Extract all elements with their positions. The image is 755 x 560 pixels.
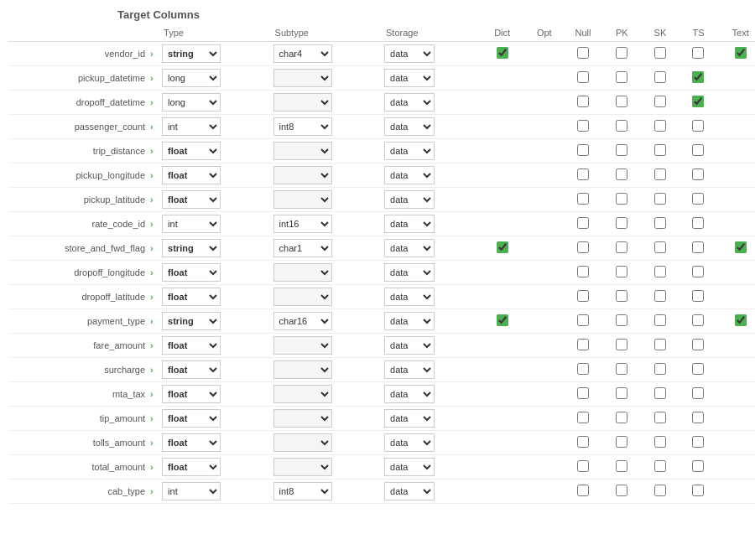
row-ts-cell[interactable] <box>680 334 718 358</box>
ts-checkbox[interactable] <box>692 460 704 472</box>
sk-checkbox[interactable] <box>654 339 666 350</box>
type-select[interactable]: stringlongintfloatdoubledateboolean <box>162 239 221 257</box>
row-type-cell[interactable]: stringlongintfloatdoubledateboolean <box>159 334 258 358</box>
storage-select[interactable]: dataindex <box>384 458 435 476</box>
row-text-cell[interactable] <box>717 42 755 66</box>
row-type-cell[interactable]: stringlongintfloatdoubledateboolean <box>159 261 258 285</box>
row-type-cell[interactable]: stringlongintfloatdoubledateboolean <box>159 91 258 115</box>
row-sk-cell[interactable] <box>641 455 680 480</box>
row-subtype-cell[interactable]: char1char4char16int8int16int32int64 <box>270 334 369 358</box>
pk-checkbox[interactable] <box>616 47 627 59</box>
pk-checkbox[interactable] <box>616 120 627 132</box>
pk-checkbox[interactable] <box>616 169 627 180</box>
storage-select[interactable]: dataindex <box>384 190 435 209</box>
row-text-cell[interactable] <box>717 236 755 261</box>
row-text-cell[interactable] <box>717 334 755 358</box>
row-pk-cell[interactable] <box>603 358 642 382</box>
row-null-cell[interactable] <box>564 285 603 309</box>
row-storage-cell[interactable]: dataindex <box>381 382 467 407</box>
row-ts-cell[interactable] <box>680 358 718 382</box>
row-subtype-cell[interactable]: char1char4char16int8int16int32int64 <box>270 139 369 163</box>
row-dict-cell[interactable] <box>479 455 525 480</box>
pk-checkbox[interactable] <box>616 412 627 423</box>
row-subtype-cell[interactable]: char1char4char16int8int16int32int64 <box>270 285 369 309</box>
row-null-cell[interactable] <box>564 358 603 382</box>
row-pk-cell[interactable] <box>603 480 642 504</box>
row-subtype-cell[interactable]: char1char4char16int8int16int32int64 <box>270 455 369 480</box>
row-text-cell[interactable] <box>717 407 755 431</box>
row-dict-cell[interactable] <box>479 236 525 261</box>
row-sk-cell[interactable] <box>641 42 680 66</box>
row-subtype-cell[interactable]: char1char4char16int8int16int32int64 <box>270 188 369 212</box>
storage-select[interactable]: dataindex <box>384 482 435 500</box>
row-ts-cell[interactable] <box>680 236 718 261</box>
null-checkbox[interactable] <box>577 96 589 107</box>
null-checkbox[interactable] <box>577 169 589 180</box>
subtype-select[interactable]: char1char4char16int8int16int32int64 <box>273 288 332 306</box>
type-select[interactable]: stringlongintfloatdoubledateboolean <box>162 142 221 160</box>
row-subtype-cell[interactable]: char1char4char16int8int16int32int64 <box>270 236 369 261</box>
subtype-select[interactable]: char1char4char16int8int16int32int64 <box>273 409 332 428</box>
sk-checkbox[interactable] <box>654 169 666 180</box>
storage-select[interactable]: dataindex <box>384 263 435 282</box>
dict-checkbox[interactable] <box>497 241 508 253</box>
pk-checkbox[interactable] <box>616 144 627 156</box>
storage-select[interactable]: dataindex <box>384 142 435 160</box>
subtype-select[interactable]: char1char4char16int8int16int32int64 <box>273 117 332 136</box>
row-pk-cell[interactable] <box>603 91 642 115</box>
row-opt-cell[interactable] <box>525 212 564 236</box>
sk-checkbox[interactable] <box>654 485 666 496</box>
row-text-cell[interactable] <box>717 285 755 309</box>
row-dict-cell[interactable] <box>479 480 525 504</box>
row-sk-cell[interactable] <box>641 212 680 236</box>
row-pk-cell[interactable] <box>603 66 642 91</box>
row-subtype-cell[interactable]: char1char4char16int8int16int32int64 <box>270 382 369 407</box>
type-select[interactable]: stringlongintfloatdoubledateboolean <box>162 433 221 452</box>
null-checkbox[interactable] <box>577 363 589 375</box>
row-type-cell[interactable]: stringlongintfloatdoubledateboolean <box>159 163 258 188</box>
row-dict-cell[interactable] <box>479 66 525 91</box>
type-select[interactable]: stringlongintfloatdoubledateboolean <box>162 263 221 282</box>
row-sk-cell[interactable] <box>641 261 680 285</box>
row-text-cell[interactable] <box>717 309 755 334</box>
row-pk-cell[interactable] <box>603 431 642 455</box>
row-opt-cell[interactable] <box>525 480 564 504</box>
ts-checkbox[interactable] <box>692 193 704 205</box>
row-sk-cell[interactable] <box>641 382 680 407</box>
ts-checkbox[interactable] <box>692 47 704 59</box>
row-null-cell[interactable] <box>564 163 603 188</box>
row-ts-cell[interactable] <box>680 285 718 309</box>
row-null-cell[interactable] <box>564 236 603 261</box>
row-ts-cell[interactable] <box>680 91 718 115</box>
row-storage-cell[interactable]: dataindex <box>381 91 467 115</box>
row-pk-cell[interactable] <box>603 115 642 139</box>
type-select[interactable]: stringlongintfloatdoubledateboolean <box>162 288 221 306</box>
row-null-cell[interactable] <box>564 42 603 66</box>
row-storage-cell[interactable]: dataindex <box>381 431 467 455</box>
row-opt-cell[interactable] <box>525 66 564 91</box>
null-checkbox[interactable] <box>577 314 589 326</box>
ts-checkbox[interactable] <box>692 387 704 399</box>
row-null-cell[interactable] <box>564 480 603 504</box>
pk-checkbox[interactable] <box>616 71 627 83</box>
row-subtype-cell[interactable]: char1char4char16int8int16int32int64 <box>270 115 369 139</box>
row-type-cell[interactable]: stringlongintfloatdoubledateboolean <box>159 188 258 212</box>
row-sk-cell[interactable] <box>641 163 680 188</box>
row-dict-cell[interactable] <box>479 358 525 382</box>
row-subtype-cell[interactable]: char1char4char16int8int16int32int64 <box>270 66 369 91</box>
sk-checkbox[interactable] <box>654 144 666 156</box>
row-ts-cell[interactable] <box>680 309 718 334</box>
ts-checkbox[interactable] <box>692 412 704 423</box>
row-sk-cell[interactable] <box>641 66 680 91</box>
row-opt-cell[interactable] <box>525 407 564 431</box>
row-opt-cell[interactable] <box>525 139 564 163</box>
ts-checkbox[interactable] <box>692 436 704 448</box>
pk-checkbox[interactable] <box>616 314 627 326</box>
sk-checkbox[interactable] <box>654 120 666 132</box>
row-sk-cell[interactable] <box>641 285 680 309</box>
storage-select[interactable]: dataindex <box>384 288 435 306</box>
row-storage-cell[interactable]: dataindex <box>381 407 467 431</box>
storage-select[interactable]: dataindex <box>384 433 435 452</box>
pk-checkbox[interactable] <box>616 96 627 107</box>
row-text-cell[interactable] <box>717 188 755 212</box>
